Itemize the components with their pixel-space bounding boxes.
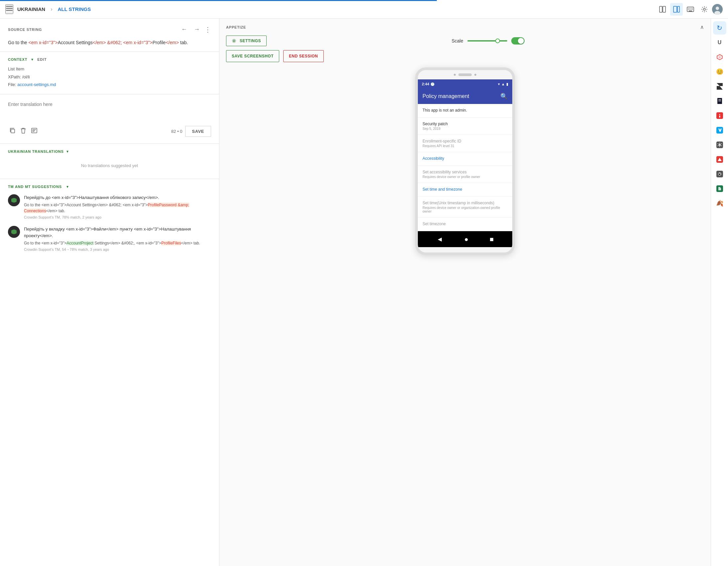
phone-item-title-1: Security patch [423, 122, 508, 126]
sidebar-book-btn[interactable] [713, 94, 726, 108]
phone-content: This app is not an admin. Security patch… [418, 104, 512, 231]
suggestion-meta-1: Crowdin Support's TM, 78% match, 2 years… [24, 215, 211, 219]
phone-item-subtitle-6: Requires device owner or organization-ow… [423, 206, 508, 213]
sidebar-notion-btn[interactable] [713, 182, 726, 195]
phone-recents-btn[interactable]: ■ [490, 236, 494, 243]
sidebar-miro-btn[interactable] [713, 124, 726, 137]
sidebar-asterisk-btn[interactable] [713, 138, 726, 152]
phone-list-item-0: This app is not an admin. [418, 104, 512, 118]
menu-icon[interactable] [5, 4, 13, 14]
context-chevron-icon[interactable]: ▾ [31, 57, 33, 62]
suggestion-icon-1 [8, 194, 20, 206]
sidebar-cube-btn[interactable] [713, 51, 726, 64]
phone-list-item-4: Set accessibility services Requires devi… [418, 166, 512, 183]
sidebar-u-btn[interactable]: U [713, 36, 726, 49]
ua-translations-header[interactable]: UKRAINIAN TRANSLATIONS ▾ [8, 149, 211, 154]
phone-timezone-title: Set time and timezone [423, 187, 508, 192]
signal-icon: ▲ [501, 82, 505, 86]
source-string-header: SOURCE STRING ← → ⋮ [8, 25, 211, 34]
translation-section: 82 • 0 SAVE [0, 94, 219, 144]
context-file: File: account-settings.md [8, 81, 211, 88]
phone-screen: 2:44 🕐 ▾ ▲ ▮ Policy management 🔍 [418, 79, 512, 247]
sidebar-triangle-btn[interactable] [713, 153, 726, 166]
phone-status-icons: ▾ ▲ ▮ [498, 82, 508, 86]
phone-list-item-6: Set time(Unix timestamp in milliseconds)… [418, 197, 512, 218]
svg-rect-8 [688, 8, 689, 9]
suggestion-icon-2 [8, 226, 20, 238]
user-avatar[interactable] [712, 4, 723, 15]
suggestion-meta-2: Crowdin Support's TM, 54→78% match, 3 ye… [24, 248, 211, 252]
suggestion-ua-1: Перейдіть до <em x-id="3">Налаштування о… [24, 194, 211, 201]
phone-speaker-2 [474, 74, 476, 76]
delete-btn[interactable] [19, 126, 27, 136]
layout2-icon-btn[interactable] [670, 3, 683, 16]
phone-item-subtitle-1: Sep 5, 2019 [423, 127, 508, 131]
svg-rect-2 [6, 10, 13, 11]
svg-rect-16 [689, 11, 692, 11]
more-options-btn[interactable]: ⋮ [204, 26, 211, 34]
phone-back-btn[interactable]: ◄ [436, 236, 443, 243]
svg-point-17 [703, 8, 705, 10]
sidebar-framer-btn[interactable] [713, 80, 726, 93]
appetize-settings-btn[interactable]: SETTINGS [226, 36, 267, 46]
appetize-controls: SETTINGS Scale [226, 36, 704, 46]
phone-item-title-0: This app is not an admin. [423, 108, 508, 113]
scale-slider[interactable] [467, 40, 507, 42]
entity-gt: &#062; [107, 40, 122, 45]
no-translations-msg: No translations suggested yet [8, 158, 211, 173]
phone-list-item-2: Enrollment-specific ID Requires API leve… [418, 135, 512, 152]
edit-label[interactable]: EDIT [37, 57, 47, 61]
phone-item-title-6: Set time(Unix timestamp in milliseconds) [423, 201, 508, 205]
next-string-btn[interactable]: → [192, 25, 202, 34]
phone-list-item-3: Accessibility [418, 152, 512, 166]
settings-btn-label: SETTINGS [240, 39, 261, 43]
appetize-label: APPETIZE [226, 25, 246, 29]
phone-status-clock: 🕐 [430, 82, 434, 86]
svg-rect-4 [663, 6, 666, 12]
appetize-collapse-btn[interactable]: ∧ [700, 24, 704, 30]
phone-bottom [418, 247, 512, 253]
scale-label: Scale [451, 38, 463, 44]
source-string-actions: ← → ⋮ [179, 25, 211, 34]
tm-chevron-icon: ▾ [66, 184, 68, 189]
svg-rect-13 [689, 9, 690, 10]
context-xpath: XPath: /ol/li [8, 73, 211, 81]
end-session-btn[interactable]: END SESSION [283, 50, 324, 62]
context-file-link[interactable]: account-settings.md [17, 82, 56, 87]
phone-status-bar: 2:44 🕐 ▾ ▲ ▮ [418, 79, 512, 89]
format-btn[interactable] [30, 127, 39, 136]
tm-mt-label: TM AND MT SUGGESTIONS [8, 185, 62, 189]
sidebar-chat-btn[interactable] [713, 168, 726, 181]
settings-icon-btn[interactable] [698, 3, 711, 16]
nav-separator: › [51, 6, 52, 12]
save-btn[interactable]: SAVE [185, 126, 211, 137]
svg-point-25 [233, 40, 235, 42]
keyboard-icon-btn[interactable] [684, 3, 697, 16]
tm-mt-header[interactable]: TM AND MT SUGGESTIONS ▾ [8, 184, 211, 189]
translation-input[interactable] [8, 101, 211, 121]
ua-translations-section: UKRAINIAN TRANSLATIONS ▾ No translations… [0, 144, 219, 179]
save-screenshot-btn[interactable]: SAVE SCREENSHOT [226, 50, 279, 62]
sidebar-leaf-btn[interactable]: 🍂 [713, 197, 726, 210]
phone-home-btn[interactable]: ● [464, 236, 468, 243]
layout1-icon-btn[interactable] [656, 3, 669, 16]
sidebar-invision-btn[interactable] [713, 109, 726, 122]
scale-toggle[interactable] [511, 37, 525, 45]
wifi-icon: ▾ [498, 82, 500, 86]
context-label[interactable]: CONTEXT [8, 57, 27, 61]
sidebar-refresh-btn[interactable]: ↻ [713, 21, 726, 35]
scale-control: Scale [272, 37, 704, 45]
svg-point-30 [719, 114, 720, 115]
phone-list-item-5: Set time and timezone [418, 183, 512, 197]
svg-rect-0 [6, 6, 13, 7]
phone-list-item-1: Security patch Sep 5, 2019 [418, 118, 512, 135]
translation-toolbar: 82 • 0 SAVE [8, 126, 211, 137]
phone-mockup: 2:44 🕐 ▾ ▲ ▮ Policy management 🔍 [415, 67, 515, 255]
svg-rect-9 [689, 8, 690, 9]
svg-rect-31 [719, 116, 720, 118]
prev-string-btn[interactable]: ← [179, 25, 189, 34]
svg-rect-1 [6, 8, 13, 9]
copy-btn[interactable] [8, 126, 17, 136]
sidebar-emoji-btn[interactable]: 😊 [713, 65, 726, 78]
phone-item-title-7: Set timezone [423, 222, 508, 226]
